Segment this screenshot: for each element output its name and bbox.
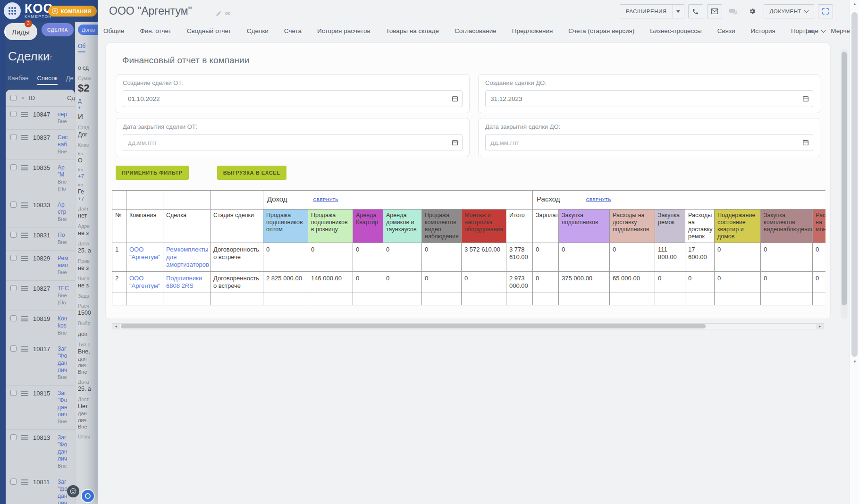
value-cell: 65 000.00	[610, 272, 655, 293]
apply-filter-button[interactable]: ПРИМЕНИТЬ ФИЛЬТР	[116, 166, 189, 180]
date-input-3[interactable]: дд.мм.гггг	[485, 134, 813, 151]
chat-widget-icon[interactable]	[81, 489, 95, 503]
chevron-down-icon	[804, 8, 809, 13]
empty-cell	[383, 293, 422, 305]
export-excel-button[interactable]: ВЫГРУЗКА В EXCEL	[217, 166, 286, 180]
scroll-down-arrow-icon[interactable]: ▼	[850, 358, 859, 366]
chat-bubbles-icon	[729, 8, 737, 15]
company-filter-chip[interactable]: ✕ КОМПАНИЯ	[48, 6, 97, 17]
column-header: Закупка ремок	[655, 210, 685, 243]
deal-link[interactable]: Подшипники 6808 2RS	[166, 275, 202, 289]
column-header: Аренда Квартир	[353, 210, 383, 243]
filter-label: Создание сделки ДО:	[485, 79, 813, 86]
scroll-right-arrow-icon[interactable]: ►	[816, 324, 824, 329]
value-cell: 0	[383, 272, 422, 293]
column-header: Расходы на доставку ремок	[685, 210, 715, 243]
horizontal-scroll-thumb[interactable]	[121, 324, 706, 328]
column-header: Аренда домиков и таунхаусов	[383, 210, 422, 243]
close-icon[interactable]: ✕	[52, 8, 58, 14]
column-header: Поддержание состояние квартир и домов	[715, 210, 761, 243]
column-header: Итого	[506, 210, 533, 243]
calendar-icon[interactable]	[452, 139, 458, 146]
filter-label: Дата закрытия сделки ДО:	[485, 123, 813, 130]
tab-товары-на-складе[interactable]: Товары на складе	[386, 27, 439, 34]
window-scroll-thumb[interactable]	[851, 12, 858, 357]
filter-label: Дата закрытия сделки ОТ:	[123, 123, 463, 130]
scroll-up-arrow-icon[interactable]: ▲	[850, 0, 859, 8]
tab-more[interactable]: Еще	[806, 27, 825, 34]
filters-grid: Создание сделки ОТ:01.10.2022Создание сд…	[116, 74, 820, 157]
tab-фин-отчет[interactable]: Фин. отчет	[140, 27, 171, 34]
logo-icon	[4, 2, 21, 19]
column-header: Закупка подшипников	[559, 210, 610, 243]
phone-icon	[692, 8, 699, 15]
empty-cell	[112, 293, 126, 305]
window-scrollbar[interactable]: ▲ ▼	[850, 0, 859, 504]
chat-button[interactable]	[726, 4, 741, 18]
date-input-0[interactable]: 01.10.2022	[123, 90, 463, 107]
panel-scrollbar[interactable]	[841, 49, 848, 319]
value-cell: 0	[761, 243, 813, 272]
value-cell: 2 825 000.00	[263, 272, 308, 293]
deal-cell: Подшипники 6808 2RS	[163, 272, 211, 293]
company-cell: ООО "Аргентум"	[126, 243, 163, 272]
email-button[interactable]	[707, 4, 722, 18]
envelope-icon	[711, 8, 718, 15]
empty-cell	[655, 293, 685, 305]
company-link[interactable]: ООО "Аргентум"	[129, 275, 160, 289]
tab-история-расчетов[interactable]: История расчетов	[317, 27, 371, 34]
tab-согласование[interactable]: Согласование	[455, 27, 497, 34]
extensions-button[interactable]: РАСШИРЕНИЯ	[620, 4, 684, 18]
company-link[interactable]: ООО "Аргентум"	[129, 246, 160, 260]
filter-card: Дата закрытия сделки ДО:дд.мм.гггг	[478, 118, 820, 157]
horizontal-scrollbar[interactable]: ◄ ►	[112, 323, 824, 329]
tab-счета[interactable]: Счета	[284, 27, 302, 34]
value-cell: 2 973 000.00	[506, 272, 533, 293]
support-widget-icon[interactable]	[67, 485, 79, 497]
extensions-dropdown-arrow[interactable]	[673, 5, 684, 18]
gear-icon	[749, 8, 756, 15]
stage-cell: Договоренность о встрече	[211, 272, 263, 293]
calendar-icon[interactable]	[452, 95, 458, 102]
tab-предложения[interactable]: Предложения	[512, 27, 553, 34]
company-title: ООО "Аргентум"	[109, 5, 192, 17]
date-input-1[interactable]: 31.12.2023	[485, 90, 813, 107]
column-header: Зарплата	[533, 210, 559, 243]
value-cell: 0	[655, 272, 685, 293]
chevron-down-icon	[821, 28, 826, 33]
overlay-dim	[6, 22, 98, 504]
scroll-left-arrow-icon[interactable]: ◄	[112, 324, 120, 329]
income-collapse-link[interactable]: СВЕРНУТЬ	[313, 195, 338, 202]
settings-button[interactable]	[745, 4, 760, 18]
column-header: Продажа комплектов видео наблюдения	[422, 210, 462, 243]
copy-link-icon[interactable]	[225, 10, 231, 17]
calendar-icon[interactable]	[802, 139, 809, 146]
column-header: Расходы на монтаж	[813, 210, 825, 243]
column-header: №	[112, 210, 126, 243]
tab-сводный-отчет[interactable]: Сводный отчет	[187, 27, 231, 34]
tab-сделки[interactable]: Сделки	[247, 27, 269, 34]
tab-история[interactable]: История	[751, 27, 775, 34]
column-header: Стадия сделки	[211, 210, 263, 243]
document-button[interactable]: ДОКУМЕНТ	[764, 4, 814, 18]
column-header: Сделка	[163, 210, 211, 243]
tab-бизнес-процессы[interactable]: Бизнес-процессы	[650, 27, 701, 34]
expand-button[interactable]	[818, 4, 833, 18]
empty-cell	[353, 293, 383, 305]
column-header: Компания	[126, 210, 163, 243]
edit-pencil-icon[interactable]	[216, 10, 222, 17]
group-empty-cell	[126, 191, 163, 210]
tab-связи[interactable]: Связи	[717, 27, 735, 34]
tab-счета-старая-версия-[interactable]: Счета (старая версия)	[568, 27, 634, 34]
expense-collapse-link[interactable]: СВЕРНУТЬ	[586, 195, 611, 202]
row-number: 2	[112, 272, 126, 293]
calendar-icon[interactable]	[802, 95, 809, 102]
tab-общие[interactable]: Общие	[103, 27, 124, 34]
phone-button[interactable]	[688, 4, 703, 18]
date-input-2[interactable]: дд.мм.гггг	[123, 134, 463, 151]
column-header: Продажа подшипников в розницу	[308, 210, 353, 243]
group-empty-cell	[163, 191, 211, 210]
panel-scroll-thumb[interactable]	[842, 52, 847, 305]
empty-cell	[163, 293, 211, 305]
deal-link[interactable]: Ремкомплекты для амортизаторов	[166, 246, 209, 268]
